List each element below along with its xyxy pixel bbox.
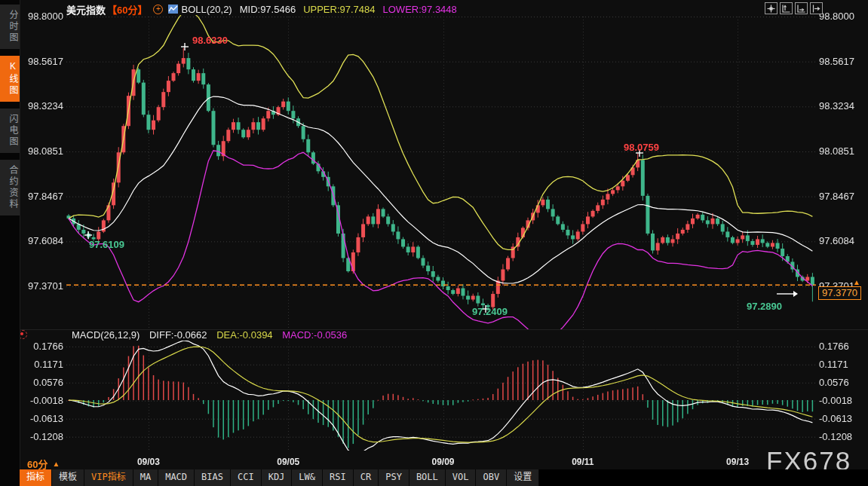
chart-tool-buttons — [765, 2, 823, 14]
add-indicator-icon[interactable]: + — [153, 5, 163, 14]
symbol-name: 美元指数 — [66, 2, 106, 17]
date-label: 09/09 — [419, 457, 468, 467]
last-price-tag: 97.3770 — [818, 286, 861, 300]
toolbar-item[interactable]: OBV — [476, 469, 507, 486]
price-annotation: 98.0759 — [624, 142, 659, 153]
macd-axis-label: -0.0018 — [20, 395, 63, 406]
macd-axis-label: -0.0613 — [20, 413, 63, 424]
toolbar-item[interactable]: RSI — [323, 469, 354, 486]
macd-axis-label: -0.0613 — [819, 413, 866, 424]
chart-type-sidebar: 分时图K线图闪电图合约资料 — [0, 0, 20, 486]
price-axis-label: 97.8467 — [819, 191, 866, 202]
boll-lower-value: LOWER:97.3448 — [383, 4, 457, 15]
price-axis-label: 98.0851 — [819, 145, 866, 157]
period-label: 【60分】 — [107, 2, 147, 17]
date-label: 09/13 — [713, 457, 762, 467]
toolbar-item[interactable]: 模板 — [52, 469, 84, 486]
toolbar-item[interactable]: 指标 — [20, 469, 52, 486]
price-annotation: 97.2409 — [472, 306, 508, 317]
indicator-toolbar: 指标模板VIP指标MAMACDBIASCCIKDJLW&RSICRPSYBOLL… — [20, 469, 539, 486]
macd-axis-label: -0.1208 — [20, 431, 63, 442]
price-axis-label: 98.8000 — [20, 11, 63, 22]
sidebar-tab-item[interactable]: 闪电图 — [0, 109, 20, 153]
macd-axis-label: 0.0576 — [20, 377, 63, 388]
toolbar-item[interactable]: VOL — [446, 469, 477, 486]
shift-right-icon[interactable] — [810, 2, 823, 14]
chart-header: 美元指数 【60分】 + BOLL(20,2) MID:97.5466 UPPE… — [66, 2, 457, 16]
macd-title: MACD(26,12,9) — [72, 329, 140, 341]
scale-y-icon[interactable] — [780, 2, 793, 14]
toolbar-item[interactable]: KDJ — [262, 469, 293, 486]
price-axis-label: 98.3234 — [819, 100, 866, 112]
sidebar-tab-item[interactable]: 分时图 — [0, 5, 20, 49]
macd-header: MACD(26,12,9) DIFF:-0.0662 DEA:-0.0394 M… — [72, 329, 347, 341]
up-triangle-icon: ▲ — [52, 460, 60, 468]
macd-axis-label: 0.1766 — [20, 341, 63, 352]
sidebar-tab-item[interactable]: 合约资料 — [0, 160, 20, 215]
price-axis-label: 98.5617 — [819, 56, 866, 67]
move-icon[interactable] — [765, 2, 778, 14]
macd-axis-label: 0.0576 — [819, 377, 866, 388]
trading-terminal: 分时图K线图闪电图合约资料 美元指数 【60分】 + BOLL(20,2) MI… — [0, 0, 868, 486]
toolbar-item[interactable]: MA — [133, 469, 158, 486]
toolbar-item[interactable]: BOLL — [409, 469, 446, 486]
toolbar-item[interactable]: PSY — [379, 469, 409, 486]
macd-axis-label: 0.1766 — [819, 341, 866, 352]
price-axis-label: 97.8467 — [20, 191, 63, 202]
date-label: 09/11 — [559, 457, 607, 467]
macd-axis-label: 0.1171 — [819, 359, 866, 370]
date-label: 09/05 — [264, 457, 312, 467]
macd-axis-label: 0.1171 — [20, 359, 63, 370]
price-axis-label: 98.5617 — [20, 56, 63, 67]
price-axis-label: 98.8000 — [819, 11, 866, 22]
price-annotation: 98.6330 — [192, 35, 228, 46]
bottom-bar: 指标模板VIP指标MAMACDBIASCCIKDJLW&RSICRPSYBOLL… — [20, 469, 868, 486]
boll-upper-value: UPPER:97.7484 — [303, 4, 375, 15]
price-axis-label: 98.3234 — [20, 100, 63, 112]
scale-x-icon[interactable] — [795, 2, 808, 14]
price-axis-label: 98.0851 — [20, 145, 63, 157]
toolbar-item[interactable]: BIAS — [195, 469, 231, 486]
macd-dea-value: DEA:-0.0394 — [216, 329, 272, 341]
chart-type-icon[interactable] — [168, 5, 178, 14]
boll-label: BOLL(20,2) — [181, 4, 232, 15]
macd-diff-value: DIFF:-0.0662 — [149, 329, 207, 341]
price-axis-label: 97.3701 — [20, 280, 63, 292]
toolbar-item[interactable]: CR — [354, 469, 379, 486]
macd-macd-value: MACD:-0.0536 — [282, 329, 347, 341]
toolbar-item[interactable]: CCI — [231, 469, 262, 486]
toolbar-item[interactable]: LW& — [292, 469, 323, 486]
price-annotation: 97.2890 — [747, 301, 782, 312]
price-axis-label: 97.6084 — [20, 235, 63, 246]
boll-mid-value: MID:97.5466 — [240, 4, 296, 15]
toolbar-item[interactable]: VIP指标 — [84, 469, 133, 486]
price-annotation: 97.6109 — [89, 239, 124, 250]
toolbar-item[interactable]: 设置 — [507, 469, 539, 486]
price-chart-canvas[interactable] — [0, 0, 868, 486]
price-axis-label: 97.6084 — [819, 235, 866, 246]
macd-axis-label: -0.0018 — [819, 395, 866, 406]
macd-axis-label: -0.1208 — [819, 431, 866, 442]
toolbar-item[interactable]: MACD — [158, 469, 195, 486]
date-label: 09/03 — [124, 457, 173, 467]
sidebar-tab-active[interactable]: K线图 — [0, 56, 20, 102]
price-up-arrow-icon: ▲ — [853, 278, 860, 286]
